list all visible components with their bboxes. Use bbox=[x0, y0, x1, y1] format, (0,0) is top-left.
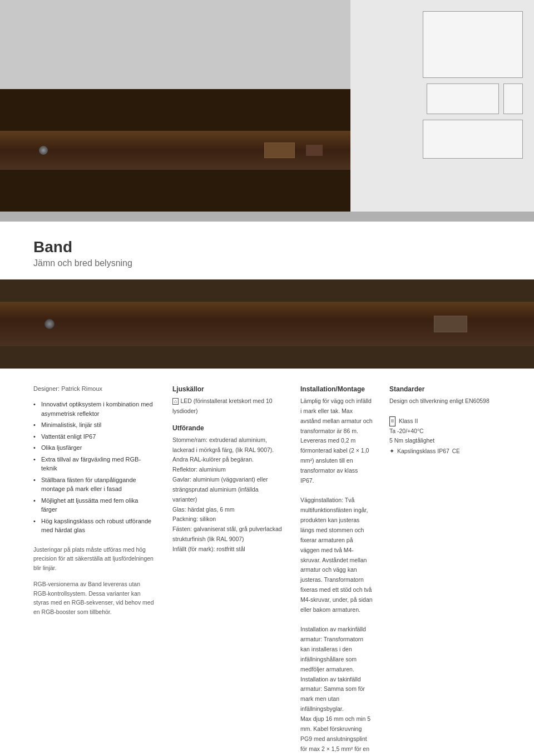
feature-item-8: Hög kapslingsklass och robust utförande … bbox=[33, 516, 156, 536]
temp-range: Ta -20/+40°C bbox=[389, 428, 424, 434]
nm-label: 5 Nm slagtålighet bbox=[389, 437, 434, 444]
feature-item-5: Extra tillval av färgväxling med RGB-tek… bbox=[33, 454, 156, 474]
diagram-row bbox=[427, 84, 523, 114]
standards-column: Standarder Design och tillverkning enlig… bbox=[389, 385, 501, 756]
installation-column: Installation/Montage Lämplig för vägg oc… bbox=[300, 385, 373, 756]
middle-column-1: Ljuskällor ⌂LED (förinstallerat kretskor… bbox=[172, 385, 284, 756]
feature-item-7: Möjlighet att ljussätta med fem olika fä… bbox=[33, 495, 156, 516]
left-column: Designer: Patrick Rimoux Innovativt opti… bbox=[33, 385, 156, 756]
product-connector bbox=[434, 316, 467, 332]
class-label: Klass II bbox=[399, 418, 418, 424]
page: Band Jämn och bred belysning Designer: P… bbox=[0, 0, 534, 756]
feature-item-6: Ställbara fästen för utanpåliggande mont… bbox=[33, 474, 156, 495]
diagram-small bbox=[427, 84, 499, 114]
ce-mark: CE bbox=[452, 446, 460, 456]
divider-bar bbox=[0, 212, 534, 222]
standards-title: Standarder bbox=[389, 385, 501, 393]
standards-content: Design och tillverkning enligt EN60598 I… bbox=[389, 396, 501, 456]
class-icon: II bbox=[389, 416, 395, 426]
top-left-image bbox=[0, 0, 350, 212]
top-right-diagrams bbox=[350, 0, 534, 212]
product-subtitle: Jämn och bred belysning bbox=[33, 258, 501, 268]
product-image-container bbox=[0, 279, 534, 369]
installation-content: Lämplig för vägg och infälld i mark elle… bbox=[300, 396, 373, 756]
light-sources-title: Ljuskällor bbox=[172, 385, 284, 393]
feature-item-2: Minimalistisk, linjär stil bbox=[33, 419, 156, 431]
feature-list: Innovativt optiksystem i kombination med… bbox=[33, 399, 156, 536]
content-body: Band Jämn och bred belysning Designer: P… bbox=[0, 222, 534, 756]
top-section bbox=[0, 0, 534, 212]
product-bar-visual bbox=[0, 302, 534, 346]
ip-label: Kapslingsklass IP67 bbox=[397, 448, 449, 454]
design-title: Utförande bbox=[172, 424, 284, 432]
content-section: Designer: Patrick Rimoux Innovativt opti… bbox=[0, 369, 534, 756]
led-icon: ⌂ bbox=[172, 398, 179, 405]
led-label: LED (förinstallerat kretskort med 10 lys… bbox=[172, 397, 273, 414]
installation-title: Installation/Montage bbox=[300, 385, 373, 393]
title-section: Band Jämn och bred belysning bbox=[0, 222, 534, 268]
feature-item-3: Vattentät enligt IP67 bbox=[33, 431, 156, 443]
product-screw bbox=[44, 319, 55, 329]
design-content: Stomme/ram: extruderad aluminium, lacker… bbox=[172, 435, 284, 554]
rgb-note: RGB-versionerna av Band levereras utan R… bbox=[33, 580, 156, 617]
compass-icon: ✦ bbox=[389, 446, 394, 456]
light-sources-content: ⌂LED (förinstallerat kretskort med 10 ly… bbox=[172, 396, 284, 416]
precision-note: Justeringar på plats måste utföras med h… bbox=[33, 545, 156, 573]
feature-item-4: Olika ljusfärger bbox=[33, 442, 156, 454]
diagram-medium bbox=[423, 120, 523, 159]
designer-name: Designer: Patrick Rimoux bbox=[33, 385, 156, 392]
diagram-large bbox=[423, 11, 523, 78]
standards-text: Design och tillverkning enligt EN60598 bbox=[389, 397, 490, 404]
diagram-tiny bbox=[503, 84, 523, 114]
product-title: Band bbox=[33, 238, 501, 256]
feature-item-1: Innovativt optiksystem i kombination med… bbox=[33, 399, 156, 419]
